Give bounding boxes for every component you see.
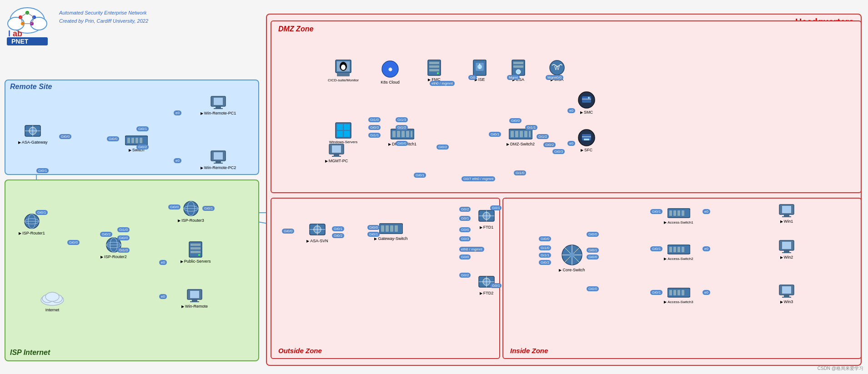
- svg-rect-69: [135, 138, 138, 143]
- svg-rect-143: [584, 139, 589, 140]
- svg-rect-201: [782, 252, 791, 253]
- watermark: CSDN @格局来爱学习: [818, 365, 863, 372]
- svg-rect-98: [192, 299, 197, 301]
- svg-rect-183: [682, 210, 684, 216]
- svg-rect-187: [677, 247, 680, 252]
- svg-text:⎈: ⎈: [388, 65, 392, 73]
- cicd-label: CICD-suite/Monitor: [328, 78, 359, 82]
- port-gi00-right3: Gi0/0: [587, 286, 599, 291]
- svg-rect-119: [332, 156, 341, 157]
- k8s-label: K8s Cloud: [381, 80, 400, 85]
- port-g03-ftd1: G0/3: [459, 236, 471, 241]
- isp-router3-node: ISP-Router3: [177, 200, 205, 223]
- port-e0-winrem: e0: [159, 294, 167, 299]
- port-gi02-isp2: Gi0/2: [100, 232, 112, 237]
- svg-point-107: [341, 65, 346, 70]
- k8s-node: ⎈ K8s Cloud: [376, 59, 404, 85]
- port-e0-sfc: e0: [567, 141, 575, 146]
- svg-rect-205: [782, 297, 791, 298]
- win-remote-pc1-label: Win-Remote-PC1: [201, 111, 236, 115]
- smc-label: SMC: [580, 110, 593, 115]
- port-gi01-gw: Gi0/1: [367, 232, 380, 237]
- isp-box: ISP Internet: [5, 180, 259, 361]
- svg-rect-114: [337, 131, 343, 137]
- svg-rect-190: [669, 290, 672, 295]
- svg-rect-68: [131, 138, 134, 143]
- svg-rect-146: [397, 131, 400, 137]
- isp-router1-label: ISP-Router1: [19, 231, 45, 235]
- port-gi01-asasvn: Gi0/1: [332, 226, 344, 231]
- port-gi01-asa: Gi0/1: [36, 168, 49, 173]
- access-switch2-label: Access-Switch2: [664, 257, 693, 261]
- svg-rect-115: [344, 131, 350, 137]
- svg-rect-188: [682, 247, 684, 252]
- port-e0-win1: e0: [702, 209, 710, 214]
- port-gi00-gw: Gi0/0: [367, 225, 380, 230]
- svg-rect-122: [429, 65, 439, 68]
- svg-rect-137: [582, 96, 591, 103]
- svg-rect-94: [191, 251, 201, 253]
- svg-rect-185: [669, 247, 672, 252]
- internet-label: Internet: [45, 308, 60, 312]
- isp-router3-label: ISP-Router3: [178, 218, 204, 223]
- win1-label: Win1: [780, 219, 793, 224]
- port-gi01-right: Gi0/1: [587, 248, 599, 253]
- asa-gateway-node: ASA-Gateway: [19, 122, 46, 145]
- win-remote-node: Win-Remote: [181, 289, 208, 309]
- svg-rect-192: [677, 290, 680, 295]
- port-gi01-dsw2: Gi0/1: [489, 132, 501, 137]
- port-g00-ftd1b: G0/0: [459, 254, 471, 259]
- port-gi02: Gi0/2: [136, 145, 149, 150]
- port-e0-win3: e0: [702, 290, 710, 295]
- svg-rect-123: [429, 69, 439, 71]
- win3-node: Win3: [773, 284, 800, 304]
- port-gi00-core: Gi0/0: [539, 236, 551, 241]
- port-gi02-dsw2: Gi0/2: [543, 142, 556, 147]
- svg-rect-70: [140, 138, 142, 143]
- svg-rect-195: [782, 206, 791, 213]
- port-gi03: Gi0/3: [368, 125, 381, 130]
- port-gi00-isp2: Gi0/0: [117, 235, 130, 240]
- svg-rect-73: [216, 106, 221, 108]
- port-gi11-core: Gi1/1: [539, 253, 551, 258]
- port-gi01-down: Gi0/1: [414, 173, 426, 178]
- cicd-node: CICD-suite/Monitor: [325, 59, 361, 82]
- port-gi00-isp1: Gi0/0: [67, 240, 80, 245]
- port-gi00-right: Gi0/0: [587, 232, 599, 237]
- win-remote-pc1-node: Win-Remote-PC1: [205, 95, 232, 115]
- port-gi10: Gi1/0: [368, 117, 381, 122]
- access-switch1-label: Access-Switch1: [664, 220, 693, 224]
- port-gi10-core: Gi1/0: [539, 245, 551, 250]
- port-e0-pc1: e0: [174, 110, 181, 115]
- outside-label: Outside Zone: [278, 347, 322, 354]
- svg-rect-67: [127, 138, 130, 143]
- port-gi00-sw: Gi0/0: [107, 136, 119, 141]
- access-switch2-node: Access-Switch2: [659, 243, 698, 261]
- svg-rect-121: [429, 62, 439, 64]
- svg-rect-204: [784, 295, 789, 297]
- core-switch-node: Core-Switch: [554, 243, 590, 272]
- isp-label: ISP Internet: [10, 349, 50, 357]
- svg-rect-182: [677, 210, 680, 216]
- port-mgmt00-wsa: Mgmt0/0: [546, 75, 563, 80]
- port-gi01-as2: Gi0/1: [650, 246, 662, 251]
- internet-node: Internet: [39, 289, 66, 312]
- svg-rect-117: [332, 145, 341, 153]
- svg-rect-181: [673, 210, 676, 216]
- svg-rect-180: [669, 210, 672, 216]
- public-servers-node: Public-Servers: [182, 241, 209, 264]
- sfc-label: SFC: [581, 148, 592, 152]
- port-gi01-isp2: Gi1/0: [117, 227, 130, 232]
- svg-rect-164: [395, 225, 398, 232]
- sfc-node: SFC: [573, 129, 600, 152]
- access-switch3-label: Access-Switch3: [664, 300, 693, 304]
- svg-rect-197: [782, 216, 791, 217]
- port-gi00-out: Gi0/0: [282, 229, 294, 234]
- svg-rect-118: [334, 154, 339, 156]
- svg-rect-113: [344, 124, 350, 130]
- svg-point-133: [516, 70, 521, 74]
- svg-rect-203: [782, 286, 791, 294]
- win-remote-label: Win-Remote: [181, 304, 208, 309]
- access-switch1-node: Access-Switch1: [659, 207, 698, 224]
- port-gi01: Gi0/1: [136, 126, 149, 131]
